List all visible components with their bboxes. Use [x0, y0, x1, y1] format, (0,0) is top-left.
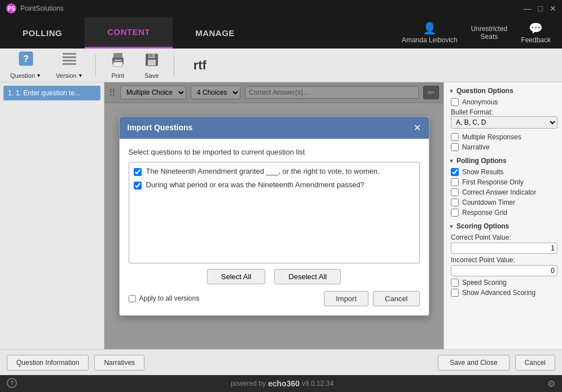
import-question-checkbox-2[interactable] — [134, 182, 142, 190]
show-advanced-checkbox[interactable] — [451, 289, 459, 297]
first-response-label: First Response Only — [462, 178, 524, 186]
countdown-timer-checkbox[interactable] — [451, 199, 459, 206]
svg-rect-5 — [63, 56, 76, 58]
import-questions-modal: Import Questions ✕ Select questions to b… — [119, 116, 429, 316]
modal-header: Import Questions ✕ — [120, 117, 429, 139]
save-icon — [144, 52, 160, 71]
minimize-button[interactable]: — — [524, 4, 532, 13]
show-results-row: Show Results — [449, 168, 557, 176]
gear-button[interactable]: ⚙ — [547, 378, 555, 389]
import-question-checkbox-1[interactable] — [134, 168, 142, 176]
show-results-checkbox[interactable] — [451, 168, 459, 176]
toolbar: ? Question ▾ Version ▾ Print Save rtf — [0, 49, 562, 82]
first-response-checkbox[interactable] — [451, 178, 459, 186]
svg-text:?: ? — [23, 54, 29, 64]
question-dropdown-arrow[interactable]: ▾ — [36, 71, 41, 80]
question-number: 1. — [8, 89, 14, 97]
narrative-row: Narrative — [449, 143, 557, 151]
svg-rect-10 — [115, 60, 121, 61]
polling-options-arrow: ▼ — [449, 158, 454, 164]
navbar: POLLING CONTENT MANAGE 👤 Amanda Leibovic… — [0, 17, 562, 49]
countdown-timer-label: Countdown Timer — [462, 199, 515, 206]
close-button[interactable]: ✕ — [550, 4, 556, 13]
narrative-checkbox[interactable] — [451, 143, 459, 151]
response-grid-label: Response Grid — [462, 209, 507, 217]
anonymous-label: Anonymous — [462, 98, 498, 106]
svg-rect-8 — [113, 53, 122, 58]
seats-info: Unrestricted Seats — [471, 25, 508, 41]
titlebar: PS PointSolutions — □ ✕ — [0, 0, 562, 17]
svg-rect-11 — [113, 62, 122, 67]
narrative-label: Narrative — [462, 143, 490, 151]
footer-version: v9.0.12.34 — [302, 380, 333, 387]
version-dropdown-arrow[interactable]: ▾ — [78, 71, 83, 80]
toolbar-separator — [95, 54, 96, 77]
cancel-bottom-button[interactable]: Cancel — [515, 355, 555, 371]
response-grid-checkbox[interactable] — [451, 209, 459, 217]
correct-answer-checkbox[interactable] — [451, 188, 459, 196]
response-grid-row: Response Grid — [449, 209, 557, 217]
question-icon: ? — [18, 51, 34, 70]
svg-rect-6 — [63, 60, 76, 61]
question-list-item[interactable]: 1. 1. Enter question te... — [3, 86, 100, 100]
feedback-label: Feedback — [521, 36, 551, 44]
countdown-timer-row: Countdown Timer — [449, 199, 557, 206]
select-buttons-row: Select All Deselect All — [129, 269, 420, 284]
question-info-button[interactable]: Question Information — [7, 355, 89, 371]
correct-answer-label: Correct Answer Indicator — [462, 188, 536, 196]
toolbar-separator-2 — [174, 54, 174, 77]
modal-close-button[interactable]: ✕ — [414, 122, 421, 133]
nav-content[interactable]: CONTENT — [85, 17, 173, 49]
svg-rect-7 — [63, 63, 76, 65]
print-button[interactable]: Print — [104, 50, 132, 81]
import-question-text-1: The Nineteenth Amendment granted ___, or… — [146, 167, 380, 175]
narratives-button[interactable]: Narratives — [94, 355, 144, 371]
save-close-button[interactable]: Save and Close — [438, 355, 510, 371]
correct-point-input[interactable]: 1 — [451, 243, 557, 254]
version-label: Version — [56, 72, 77, 79]
seats-label: Unrestricted — [471, 25, 508, 33]
incorrect-point-input[interactable]: 0 — [451, 265, 557, 276]
modal-action-buttons: Import Cancel — [324, 291, 419, 306]
feedback-icon: 💬 — [529, 21, 543, 35]
user-icon: 👤 — [423, 21, 437, 35]
svg-rect-4 — [63, 53, 76, 55]
multiple-responses-row: Multiple Responses — [449, 133, 557, 141]
save-label: Save — [144, 72, 159, 79]
user-menu[interactable]: 👤 Amanda Leibovich — [402, 21, 458, 44]
correct-answer-row: Correct Answer Indicator — [449, 188, 557, 196]
correct-point-label: Correct Point Value: — [451, 234, 557, 241]
deselect-all-button[interactable]: Deselect All — [274, 269, 341, 284]
apply-versions-label: Apply to all versions — [129, 294, 200, 302]
window-controls: — □ ✕ — [524, 4, 556, 13]
cancel-modal-button[interactable]: Cancel — [373, 291, 419, 306]
nav-manage[interactable]: MANAGE — [173, 17, 257, 49]
question-import-list: The Nineteenth Amendment granted ___, or… — [129, 162, 420, 263]
help-button[interactable]: ? — [7, 378, 17, 390]
seats-sub: Seats — [481, 33, 498, 41]
apply-versions-checkbox[interactable] — [129, 295, 136, 302]
multiple-responses-label: Multiple Responses — [462, 133, 521, 141]
speed-scoring-checkbox[interactable] — [451, 279, 459, 287]
print-icon — [110, 52, 126, 71]
question-label: Question — [10, 72, 35, 79]
version-button[interactable]: Version ▾ — [51, 49, 87, 82]
maximize-button[interactable]: □ — [538, 4, 543, 13]
bottom-bar: Question Information Narratives Save and… — [0, 349, 562, 375]
save-button[interactable]: Save — [138, 50, 166, 81]
import-button[interactable]: Import — [324, 291, 368, 306]
anonymous-checkbox[interactable] — [451, 98, 459, 106]
nav-polling[interactable]: POLLING — [0, 17, 85, 49]
feedback-button[interactable]: 💬 Feedback — [521, 21, 551, 44]
select-all-button[interactable]: Select All — [207, 269, 265, 284]
import-question-text-2: During what period or era was the Ninete… — [146, 180, 365, 189]
user-name: Amanda Leibovich — [402, 36, 458, 44]
multiple-responses-checkbox[interactable] — [451, 133, 459, 141]
footer-powered-text: powered by — [231, 380, 266, 387]
svg-rect-14 — [148, 60, 156, 65]
print-label: Print — [111, 72, 124, 79]
question-button[interactable]: ? Question ▾ — [6, 49, 46, 82]
bullet-format-select[interactable]: A, B, C, D 1, 2, 3, 4 a, b, c, d — [451, 116, 557, 129]
nav-right: 👤 Amanda Leibovich Unrestricted Seats 💬 … — [402, 17, 562, 49]
scoring-options-arrow: ▼ — [449, 223, 454, 230]
